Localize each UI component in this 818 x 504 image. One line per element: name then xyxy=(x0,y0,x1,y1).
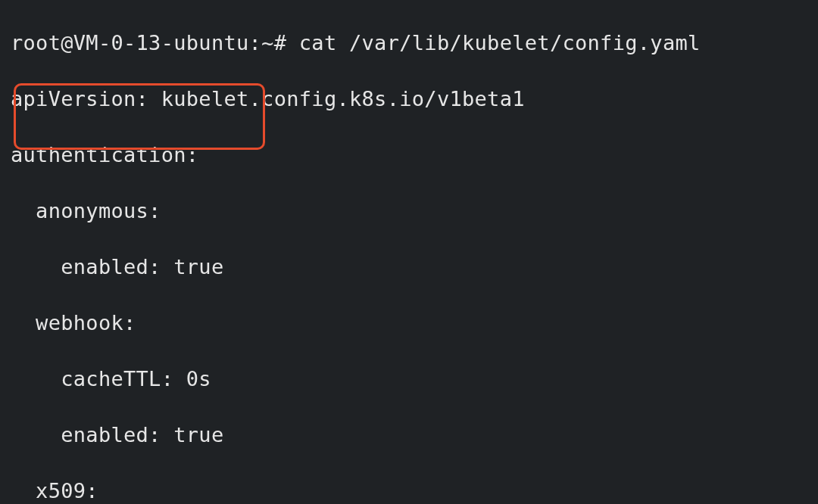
command-line: root@VM-0-13-ubuntu:~# cat /var/lib/kube… xyxy=(11,30,807,58)
command-text: cat /var/lib/kubelet/config.yaml xyxy=(299,31,701,54)
output-line: authentication: xyxy=(11,142,807,170)
terminal-output[interactable]: root@VM-0-13-ubuntu:~# cat /var/lib/kube… xyxy=(0,0,818,504)
output-line: webhook: xyxy=(11,310,807,338)
output-line: x509: xyxy=(11,478,807,504)
output-line: anonymous: xyxy=(11,198,807,226)
output-line: cacheTTL: 0s xyxy=(11,366,807,394)
shell-prompt: root@VM-0-13-ubuntu:~# xyxy=(11,31,299,54)
output-line: enabled: true xyxy=(11,422,807,450)
output-line: apiVersion: kubelet.config.k8s.io/v1beta… xyxy=(11,86,807,114)
output-line: enabled: true xyxy=(11,254,807,282)
